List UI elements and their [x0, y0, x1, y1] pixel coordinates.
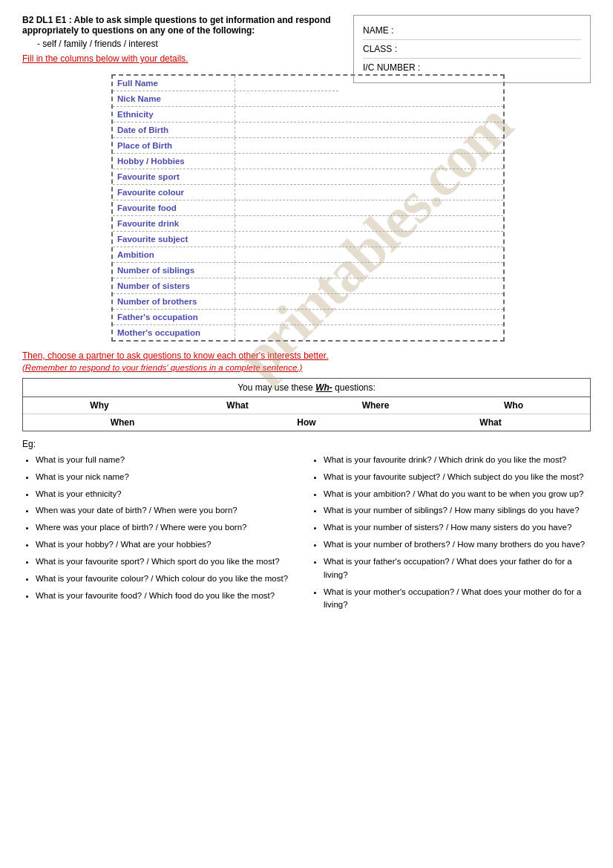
- then-section: Then, choose a partner to ask questions …: [22, 350, 591, 372]
- list-item: What is your ambition? / What do you wan…: [324, 488, 591, 501]
- top-box-field: I/C NUMBER :: [363, 59, 581, 76]
- wh-word: Who: [484, 400, 543, 411]
- right-questions: What is your favourite drink? / Which dr…: [310, 454, 591, 616]
- detail-row: Number of siblings: [113, 263, 503, 278]
- wh-word: Why: [70, 400, 129, 411]
- detail-row: Hobby / Hobbies: [113, 154, 503, 169]
- detail-value: [235, 247, 503, 262]
- detail-value: [235, 232, 503, 247]
- detail-row: Full Name: [113, 76, 338, 91]
- detail-label: Ambition: [113, 247, 235, 262]
- detail-row: Nick Name: [113, 91, 503, 107]
- wh-title: You may use these Wh- questions:: [23, 379, 590, 397]
- detail-row: Favourite subject: [113, 232, 503, 247]
- intro-bold: B2 DL1 E1 : Able to ask simple questions…: [22, 15, 338, 36]
- detail-value: [235, 325, 503, 340]
- detail-row: Number of brothers: [113, 294, 503, 310]
- list-item: What is your mother's occupation? / What…: [324, 586, 591, 613]
- detail-value: [235, 138, 503, 153]
- detail-label: Date of Birth: [113, 123, 235, 137]
- wh-word: When: [93, 417, 152, 428]
- list-item: What is your favourite subject? / Which …: [324, 471, 591, 484]
- detail-label: Ethnicity: [113, 107, 235, 122]
- name-class-box: NAME :CLASS :I/C NUMBER :: [353, 15, 591, 83]
- detail-value: [235, 200, 503, 215]
- wh-row1: WhyWhatWhereWho: [23, 397, 590, 414]
- list-item: Where was your place of birth? / Where w…: [36, 521, 303, 535]
- detail-value: [235, 216, 503, 231]
- detail-row: Mother's occupation: [113, 325, 503, 340]
- list-item: What is your nick name?: [36, 471, 303, 484]
- detail-label: Number of siblings: [113, 263, 235, 278]
- detail-label: Favourite colour: [113, 185, 235, 200]
- detail-label: Place of Birth: [113, 138, 235, 153]
- detail-value: [235, 107, 503, 122]
- detail-row: Favourite colour: [113, 185, 503, 200]
- detail-value: [235, 123, 503, 137]
- detail-value: [235, 154, 503, 169]
- detail-row: Date of Birth: [113, 123, 503, 138]
- wh-word: What: [461, 417, 520, 428]
- detail-row: Place of Birth: [113, 138, 503, 154]
- detail-label: Favourite drink: [113, 216, 235, 231]
- list-item: What is your favourite drink? / Which dr…: [324, 454, 591, 467]
- detail-row: Favourite sport: [113, 169, 503, 185]
- details-table: Full Name Nick Name Ethnicity Date of Bi…: [111, 74, 505, 342]
- detail-value: [235, 185, 503, 200]
- questions-section: What is your full name?What is your nick…: [22, 454, 591, 616]
- detail-label: Favourite sport: [113, 169, 235, 184]
- detail-label: Hobby / Hobbies: [113, 154, 235, 169]
- detail-row: Favourite food: [113, 200, 503, 216]
- top-box-field: NAME :: [363, 22, 581, 40]
- detail-row: Ethnicity: [113, 107, 503, 123]
- top-box-field: CLASS :: [363, 40, 581, 59]
- detail-label: Mother's occupation: [113, 325, 235, 340]
- detail-value: [235, 91, 503, 106]
- list-item: What is your father's occupation? / What…: [324, 555, 591, 582]
- list-item: What is your number of brothers? / How m…: [324, 538, 591, 552]
- wh-row2: WhenHowWhat: [23, 414, 590, 431]
- detail-label: Favourite subject: [113, 232, 235, 247]
- detail-row: Number of sisters: [113, 278, 503, 294]
- list-item: What is your favourite food? / Which foo…: [36, 590, 303, 603]
- detail-value: [235, 294, 503, 309]
- wh-box: You may use these Wh- questions: WhyWhat…: [22, 378, 591, 431]
- list-item: What is your ethnicity?: [36, 488, 303, 501]
- detail-value: [235, 169, 503, 184]
- list-item: When was your date of birth? / When were…: [36, 504, 303, 518]
- intro-dash: - self / family / friends / interest: [37, 39, 338, 49]
- detail-row: Father's occupation: [113, 310, 503, 325]
- wh-word: What: [208, 400, 267, 411]
- list-item: What is your number of siblings? / How m…: [324, 504, 591, 518]
- detail-row: Favourite drink: [113, 216, 503, 232]
- left-questions: What is your full name?What is your nick…: [22, 454, 303, 616]
- detail-value: [235, 263, 503, 278]
- list-item: What is your favourite colour? / Which c…: [36, 572, 303, 586]
- detail-label: Favourite food: [113, 200, 235, 215]
- detail-label: Father's occupation: [113, 310, 235, 324]
- fill-instruction: Fill in the columns below with your deta…: [22, 53, 338, 64]
- then-line1: Then, choose a partner to ask questions …: [22, 350, 591, 361]
- detail-value: [235, 76, 338, 91]
- wh-word: Where: [346, 400, 405, 411]
- detail-label: Number of brothers: [113, 294, 235, 309]
- list-item: What is your number of sisters? / How ma…: [324, 521, 591, 535]
- detail-value: [235, 310, 503, 324]
- detail-label: Number of sisters: [113, 278, 235, 293]
- list-item: What is your full name?: [36, 454, 303, 467]
- detail-value: [235, 278, 503, 293]
- list-item: What is your favourite sport? / Which sp…: [36, 555, 303, 569]
- list-item: What is your hobby? / What are your hobb…: [36, 538, 303, 552]
- detail-label: Full Name: [113, 76, 235, 91]
- wh-word: How: [277, 417, 336, 428]
- then-line2: (Remember to respond to your friends' qu…: [22, 363, 591, 372]
- detail-label: Nick Name: [113, 91, 235, 106]
- eg-label: Eg:: [22, 439, 591, 449]
- detail-row: Ambition: [113, 247, 503, 263]
- intro-section: B2 DL1 E1 : Able to ask simple questions…: [22, 15, 338, 70]
